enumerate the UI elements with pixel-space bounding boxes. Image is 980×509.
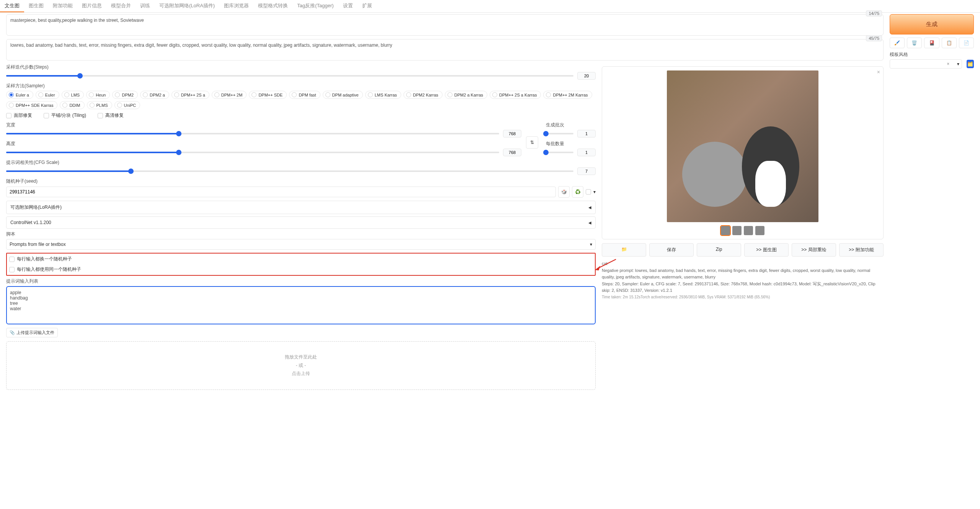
cfg-slider[interactable] — [6, 170, 573, 172]
radio-icon — [90, 103, 95, 108]
face-restore-checkbox[interactable]: 面部修复 — [6, 112, 32, 119]
tab-tagger[interactable]: Tag反推(Tagger) — [292, 0, 338, 12]
prompt-list-input[interactable]: apple handbag tree water — [6, 286, 596, 324]
sampler-option[interactable]: UniPC — [114, 101, 140, 109]
tab-extras[interactable]: 附加功能 — [48, 0, 77, 12]
tiling-checkbox[interactable]: 平铺/分块 (Tiling) — [44, 112, 86, 119]
seed-reuse-button[interactable]: ♻️ — [572, 186, 583, 198]
chevron-down-icon: ▾ — [957, 61, 959, 67]
batch-count-value[interactable] — [577, 130, 596, 137]
tab-settings[interactable]: 设置 — [338, 0, 358, 12]
height-value[interactable] — [503, 149, 521, 156]
interrogate-button[interactable]: 🖌️ — [890, 38, 905, 48]
sampler-option[interactable]: DPM++ 2M Karras — [543, 91, 592, 99]
sampler-option[interactable]: LMS Karras — [365, 91, 401, 99]
sampler-option[interactable]: DPM2 a — [140, 91, 169, 99]
sampler-option[interactable]: DPM2 a Karras — [445, 91, 487, 99]
radio-icon — [252, 92, 256, 97]
thumb-2[interactable] — [732, 226, 742, 235]
sampler-option[interactable]: Euler — [36, 91, 59, 99]
batch-size-slider[interactable] — [546, 152, 573, 153]
send-extras-button[interactable]: >> 附加功能 — [839, 243, 884, 257]
zip-button[interactable]: Zip — [697, 243, 741, 257]
radio-icon — [9, 103, 14, 108]
save-button[interactable]: 保存 — [649, 243, 694, 257]
tab-txt2img[interactable]: 文生图 — [0, 0, 24, 12]
close-icon[interactable]: × — [877, 69, 880, 75]
generate-button[interactable]: 生成 — [890, 14, 974, 34]
styles-button[interactable]: 🎴 — [924, 38, 939, 48]
style-select[interactable]: × ▾ — [890, 59, 962, 69]
radio-icon — [325, 92, 330, 97]
sampler-option[interactable]: DDIM — [60, 101, 84, 109]
thumb-4[interactable] — [755, 226, 764, 235]
style-label: 模板风格 — [890, 51, 974, 58]
sampler-option[interactable]: DPM++ SDE — [249, 91, 287, 99]
cfg-label: 提示词相关性(CFG Scale) — [6, 159, 596, 166]
upload-prompts-button[interactable]: 📎 上传提示词输入文件 — [6, 328, 58, 337]
iterate-seed-checkbox[interactable]: 每行输入都换一个随机种子 — [9, 256, 593, 262]
width-value[interactable] — [503, 130, 521, 137]
sampler-option[interactable]: Heun — [86, 91, 110, 99]
sampler-options: Euler aEulerLMSHeunDPM2DPM2 aDPM++ 2S aD… — [6, 91, 596, 109]
tab-train[interactable]: 训练 — [136, 0, 155, 12]
seed-random-button[interactable]: 🎲 — [558, 186, 570, 198]
steps-value[interactable] — [577, 72, 596, 80]
sampler-option[interactable]: DPM fast — [289, 91, 320, 99]
controlnet-accordion[interactable]: ControlNet v1.1.200 ◀ — [6, 216, 596, 229]
height-label: 高度 — [6, 141, 521, 147]
sampler-option[interactable]: LMS — [62, 91, 84, 99]
apply-style-button[interactable]: 🗂️ — [967, 60, 974, 68]
hires-checkbox[interactable]: 高清修复 — [98, 112, 124, 119]
width-slider[interactable] — [6, 133, 499, 134]
thumb-3[interactable] — [744, 226, 753, 235]
sampler-option[interactable]: DPM++ 2S a — [172, 91, 209, 99]
cfg-value[interactable] — [577, 167, 596, 175]
open-folder-button[interactable]: 📁 — [602, 243, 646, 257]
negative-prompt-input[interactable]: lowres, bad anatomy, bad hands, text, er… — [6, 39, 884, 61]
radio-icon — [62, 103, 67, 108]
clear-style-icon[interactable]: × — [947, 61, 949, 67]
tab-merge[interactable]: 模型合并 — [106, 0, 136, 12]
sampler-option[interactable]: DPM++ 2M — [212, 91, 247, 99]
sampler-option[interactable]: DPM++ 2S a Karras — [490, 91, 541, 99]
script-select[interactable]: Prompts from file or textbox ▾ — [6, 239, 596, 250]
tab-pnginfo[interactable]: 图片信息 — [77, 0, 106, 12]
highlighted-options: 每行输入都换一个随机种子 每行输入都使用同一个随机种子 — [6, 253, 596, 276]
sampler-option[interactable]: DPM adaptive — [323, 91, 363, 99]
positive-prompt-input[interactable]: masterpiece, best quality,people walking… — [6, 14, 884, 36]
swap-dims-button[interactable]: ⇅ — [526, 136, 538, 149]
tab-extensions[interactable]: 扩展 — [358, 0, 377, 12]
width-label: 宽度 — [6, 122, 521, 128]
height-slider[interactable] — [6, 152, 499, 153]
batch-size-value[interactable] — [577, 149, 596, 156]
batch-count-slider[interactable] — [546, 133, 573, 134]
seed-extra-checkbox[interactable]: ▾ — [586, 189, 596, 195]
sampler-option[interactable]: DPM2 — [112, 91, 138, 99]
same-seed-checkbox[interactable]: 每行输入都使用同一个随机种子 — [9, 266, 593, 273]
seed-input[interactable] — [6, 187, 556, 197]
send-inpaint-button[interactable]: >> 局部重绘 — [792, 243, 836, 257]
sampler-option[interactable]: DPM++ SDE Karras — [6, 101, 57, 109]
paste-button[interactable]: 📋 — [942, 38, 957, 48]
output-image[interactable] — [667, 70, 818, 222]
sampler-option[interactable]: PLMS — [87, 101, 112, 109]
clear-button[interactable]: 🗑️ — [907, 38, 922, 48]
radio-icon — [117, 103, 122, 108]
save-style-button[interactable]: 📄 — [959, 38, 974, 48]
sampler-option[interactable]: Euler a — [6, 91, 33, 99]
steps-slider[interactable] — [6, 75, 573, 77]
tab-convert[interactable]: 模型格式转换 — [253, 0, 292, 12]
tab-lora[interactable]: 可选附加网络(LoRA插件) — [155, 0, 219, 12]
radio-icon — [214, 92, 219, 97]
tab-browser[interactable]: 图库浏览器 — [219, 0, 253, 12]
radio-icon — [174, 92, 179, 97]
sampler-option[interactable]: DPM2 Karras — [403, 91, 443, 99]
script-label: 脚本 — [6, 231, 596, 237]
tab-img2img[interactable]: 图生图 — [24, 0, 48, 12]
thumb-1[interactable] — [721, 226, 730, 235]
lora-accordion[interactable]: 可选附加网络(LoRA插件) ◀ — [6, 201, 596, 214]
file-dropzone[interactable]: 拖放文件至此处 - 或 - 点击上传 — [6, 341, 596, 390]
radio-icon — [9, 92, 14, 97]
send-img2img-button[interactable]: >> 图生图 — [744, 243, 789, 257]
